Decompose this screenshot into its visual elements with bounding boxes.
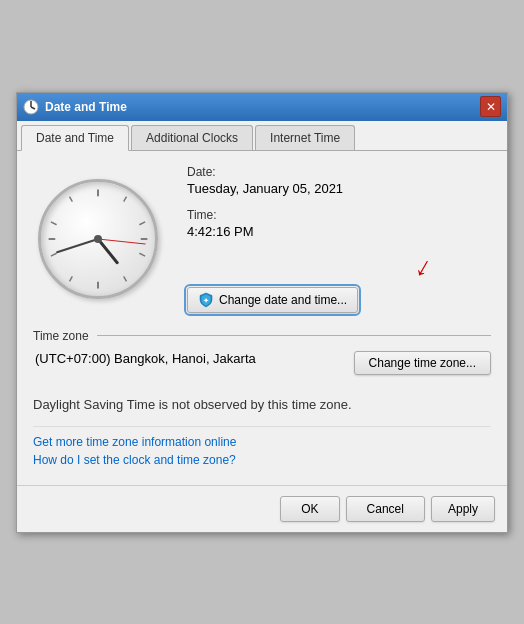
red-arrow-icon: ↓ [410, 249, 438, 284]
close-button[interactable]: ✕ [480, 96, 501, 117]
svg-line-13 [51, 221, 57, 224]
tab-bar: Date and Time Additional Clocks Internet… [17, 121, 507, 151]
timezone-section: Time zone Change time zone... (UTC+07:00… [33, 329, 491, 383]
clock-face [38, 179, 158, 299]
dst-note: Daylight Saving Time is not observed by … [33, 395, 491, 414]
date-value: Tuesday, January 05, 2021 [187, 181, 491, 196]
apply-button[interactable]: Apply [431, 496, 495, 522]
svg-line-4 [124, 196, 127, 201]
svg-line-14 [70, 196, 73, 201]
time-value: 4:42:16 PM [187, 224, 491, 239]
svg-line-10 [70, 276, 73, 281]
svg-line-8 [124, 276, 127, 281]
tab-additionalclocks[interactable]: Additional Clocks [131, 125, 253, 150]
how-to-set-link[interactable]: How do I set the clock and time zone? [33, 453, 491, 467]
ok-button[interactable]: OK [280, 496, 339, 522]
datetime-info: Date: Tuesday, January 05, 2021 Time: 4:… [187, 165, 491, 313]
window-title: Date and Time [45, 100, 480, 114]
timezone-section-label: Time zone [33, 329, 89, 343]
date-label: Date: [187, 165, 491, 179]
window-icon [23, 99, 39, 115]
change-datetime-button[interactable]: ✦ Change date and time... [187, 287, 358, 313]
cancel-button[interactable]: Cancel [346, 496, 425, 522]
tab-datetime[interactable]: Date and Time [21, 125, 129, 151]
clock-center [94, 235, 102, 243]
footer: OK Cancel Apply [17, 485, 507, 532]
svg-text:✦: ✦ [203, 297, 209, 304]
more-tz-info-link[interactable]: Get more time zone information online [33, 435, 491, 449]
tab-content: Date: Tuesday, January 05, 2021 Time: 4:… [17, 151, 507, 485]
time-label: Time: [187, 208, 491, 222]
change-timezone-button[interactable]: Change time zone... [354, 351, 491, 375]
analog-clock [33, 174, 163, 304]
shield-icon: ✦ [198, 292, 214, 308]
change-datetime-label: Change date and time... [219, 293, 347, 307]
date-time-window: Date and Time ✕ Date and Time Additional… [16, 92, 508, 533]
svg-line-5 [139, 221, 145, 224]
tab-internettime[interactable]: Internet Time [255, 125, 355, 150]
title-bar: Date and Time ✕ [17, 93, 507, 121]
links-section: Get more time zone information online Ho… [33, 426, 491, 467]
timezone-row: Change time zone... (UTC+07:00) Bangkok,… [33, 351, 491, 383]
svg-line-7 [139, 253, 145, 256]
timezone-section-header: Time zone [33, 329, 491, 343]
datetime-section: Date: Tuesday, January 05, 2021 Time: 4:… [33, 165, 491, 313]
arrow-container: ↓ [187, 251, 491, 283]
